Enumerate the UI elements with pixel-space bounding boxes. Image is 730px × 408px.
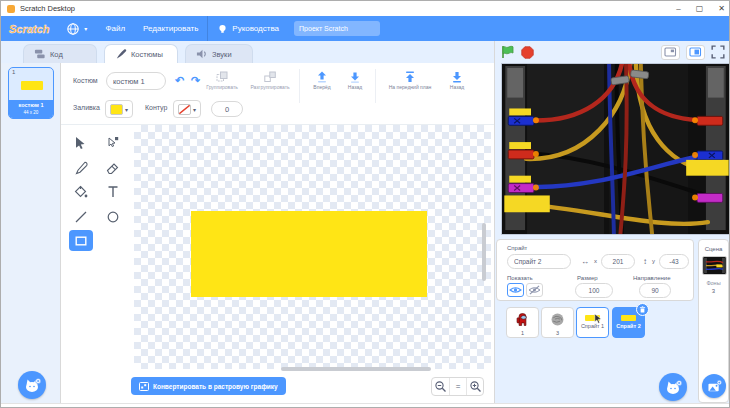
backdrop-plus-icon xyxy=(707,380,722,393)
stage-panel-title: Сцена xyxy=(699,246,728,252)
redo-button[interactable]: ↷ xyxy=(191,75,200,86)
fullscreen-button[interactable] xyxy=(711,45,725,59)
cat-plus-icon xyxy=(24,378,41,393)
fill-color-swatch xyxy=(110,104,123,115)
stage[interactable] xyxy=(501,63,730,235)
sprite-item-sprite1[interactable]: Спрайт 1 xyxy=(576,307,609,338)
layer-back-button[interactable]: Назад xyxy=(443,71,471,90)
outline-color-swatch xyxy=(178,104,191,115)
canvas-vertical-scrollbar[interactable] xyxy=(482,223,486,281)
ungroup-button[interactable]: Разгруппировать xyxy=(246,71,294,90)
canvas-horizontal-scrollbar[interactable] xyxy=(281,367,431,371)
ungroup-icon xyxy=(264,71,276,83)
show-sprite-button[interactable] xyxy=(507,283,524,297)
tab-code[interactable]: Код xyxy=(23,44,97,63)
app-icon xyxy=(7,5,15,13)
eraser-tool[interactable] xyxy=(101,157,125,178)
zoom-reset-button[interactable]: = xyxy=(449,378,466,395)
stop-button[interactable] xyxy=(521,46,534,59)
maximize-button[interactable]: ▢ xyxy=(696,4,704,13)
add-backdrop-button[interactable] xyxy=(702,374,726,398)
text-icon xyxy=(106,185,120,199)
menu-edit[interactable]: Редактировать xyxy=(134,16,207,41)
backdrops-count: 3 xyxy=(699,288,728,294)
crewmate-thumbnail xyxy=(514,311,531,328)
minimize-button[interactable]: – xyxy=(676,4,680,13)
costume-name: костюм 1 xyxy=(9,102,53,110)
outline-width-input[interactable] xyxy=(211,101,243,117)
costume-name-label: Костюм xyxy=(73,77,98,84)
menu-file[interactable]: Файл xyxy=(96,16,134,41)
layer-front-button[interactable]: На передний план xyxy=(383,71,437,90)
stage-selector-panel[interactable]: Сцена Фоны 3 xyxy=(698,239,729,403)
scratch-logo[interactable]: Scratch xyxy=(9,23,49,35)
brush-tool[interactable] xyxy=(69,157,93,178)
circle-icon xyxy=(106,210,120,224)
menubar: Scratch ▾ Файл Редактировать Руководства xyxy=(1,16,730,41)
trash-icon xyxy=(638,305,647,314)
forward-button[interactable]: Вперёд xyxy=(307,71,337,90)
hide-sprite-button[interactable] xyxy=(526,283,543,297)
zoom-controls: = xyxy=(431,377,484,396)
group-icon xyxy=(216,71,228,83)
sprite-size-input[interactable]: 100 xyxy=(575,283,613,298)
layer-back-icon xyxy=(451,71,463,83)
layer-backward-icon xyxy=(349,71,361,83)
convert-to-bitmap-button[interactable]: Конвертировать в растровую графику xyxy=(131,377,286,395)
size-label: Размер xyxy=(577,275,598,281)
zoom-out-button[interactable] xyxy=(432,378,449,395)
backward-button[interactable]: Назад xyxy=(341,71,369,90)
group-button[interactable]: Группировать xyxy=(201,71,243,90)
fill-color-picker[interactable]: ▾ xyxy=(105,100,133,118)
project-name-input[interactable] xyxy=(294,21,380,36)
add-sprite-button[interactable] xyxy=(659,373,687,401)
paint-editor-header: Костюм ↶ ↷ Группировать Разгруппировать … xyxy=(61,63,494,125)
sprite-item-sprite2-selected[interactable]: Спрайт 2 xyxy=(612,307,645,338)
costume-name-input[interactable] xyxy=(106,72,166,90)
reshape-tool[interactable] xyxy=(101,132,125,153)
text-tool[interactable] xyxy=(101,181,125,202)
tab-sounds[interactable]: Звуки xyxy=(185,44,253,63)
sprite-item-1[interactable]: 1 xyxy=(506,307,539,338)
paintbrush-icon xyxy=(115,48,127,60)
y-arrows-icon: ↕ xyxy=(643,257,647,266)
gray-blob-thumbnail xyxy=(549,311,566,328)
close-button[interactable]: ✕ xyxy=(718,4,725,13)
add-costume-button[interactable] xyxy=(18,371,46,399)
yellow-costume-thumbnail xyxy=(621,315,636,321)
stage-header xyxy=(494,41,730,63)
sprite-y-input[interactable]: -43 xyxy=(659,254,689,269)
costume-index: 1 xyxy=(12,69,15,75)
undo-button[interactable]: ↶ xyxy=(175,75,184,86)
circle-tool[interactable] xyxy=(101,206,125,227)
line-tool[interactable] xyxy=(69,206,93,227)
sprite-info-panel: Спрайт ↔ x 201 ↕ y -43 Показать Размер 1… xyxy=(496,239,694,301)
costume-size: 44 x 20 xyxy=(9,110,53,116)
fill-tool[interactable] xyxy=(69,181,93,202)
language-menu[interactable]: ▾ xyxy=(57,16,96,41)
costume-thumbnail xyxy=(21,81,43,90)
tab-costumes[interactable]: Костюмы xyxy=(104,44,178,63)
code-blocks-icon xyxy=(34,48,46,60)
green-flag-button[interactable] xyxy=(501,45,515,59)
cursor-icon xyxy=(593,313,603,324)
y-label: y xyxy=(652,258,655,264)
delete-sprite-button[interactable] xyxy=(636,303,649,316)
eye-slash-icon xyxy=(528,285,541,295)
sprite-name-input[interactable] xyxy=(507,254,571,269)
globe-icon xyxy=(66,22,80,36)
paint-canvas[interactable] xyxy=(134,125,491,369)
zoom-in-button[interactable] xyxy=(466,378,483,395)
rectangle-icon xyxy=(74,234,88,248)
sprite-item-3[interactable]: 3 xyxy=(541,307,574,338)
large-stage-button[interactable] xyxy=(686,45,705,60)
sprite-x-input[interactable]: 201 xyxy=(601,254,635,269)
small-stage-button[interactable] xyxy=(661,45,680,60)
drawn-rectangle[interactable] xyxy=(191,211,427,297)
sprite-direction-input[interactable]: 90 xyxy=(639,283,671,298)
rectangle-tool[interactable] xyxy=(69,230,93,251)
outline-color-picker[interactable]: ▾ xyxy=(173,100,201,118)
menu-tutorials[interactable]: Руководства xyxy=(208,16,288,41)
select-tool[interactable] xyxy=(69,132,93,153)
costume-item-selected[interactable]: 1 костюм 1 44 x 20 xyxy=(8,67,54,119)
